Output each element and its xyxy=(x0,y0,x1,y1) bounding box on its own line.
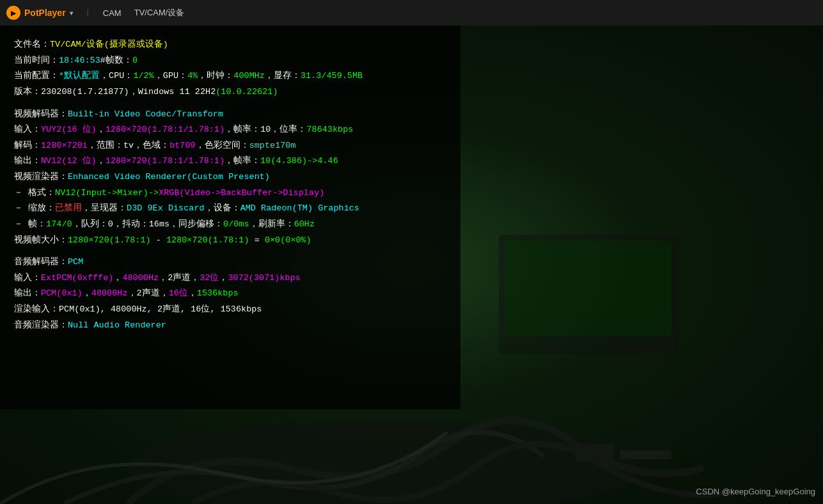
scale-line: － 缩放：已禁用，呈现器：D3D 9Ex Discard，设备：AMD Rade… xyxy=(14,201,363,216)
vrenderer-line: 视频渲染器：Enhanced Video Renderer(Custom Pre… xyxy=(14,169,363,185)
sc-label: － 缩放： xyxy=(14,203,55,213)
fs-1: 1280×720(1.78:1) xyxy=(68,235,151,245)
ain-value: ExtPCM(0xfffe) xyxy=(41,273,113,283)
filename-label: 文件名： xyxy=(14,40,50,49)
config-clock-label: ，时钟： xyxy=(198,71,233,81)
config-cpu-label: ，CPU： xyxy=(100,71,133,81)
sc-presenter: D3D 9Ex Discard xyxy=(127,203,205,213)
reninput-line: 渲染输入：PCM(0x1), 48000Hz, 2声道, 16位, 1536kb… xyxy=(14,302,363,317)
vdec-label: 视频解码器： xyxy=(14,109,68,119)
titlebar: ▶ PotPlayer ▾ | CAM TV/CAM/设备 xyxy=(0,0,823,26)
fi-jitter-label: ，抖动： xyxy=(113,219,149,229)
version-label: 版本： xyxy=(14,87,41,97)
format-line: － 格式：NV12(Input->Mixer)->XRGB(Video->Bac… xyxy=(14,185,363,201)
ri-value: PCM(0x1), 48000Hz, 2声道, 16位, 1536kbps xyxy=(59,304,262,314)
ain-kbps: 3072(3071)kbps xyxy=(228,273,300,283)
version-os2: (10.0.22621) xyxy=(216,87,278,97)
config-clock: 400MHz xyxy=(233,71,265,81)
input-line: 输入：YUY2(16 位)，1280×720(1.78:1/1.78:1)，帧率… xyxy=(14,122,363,138)
fs-2: 1280×720(1.78:1) xyxy=(166,235,249,245)
separator-1: | xyxy=(86,8,90,17)
filename-line: 文件名：TV/CAM/设备(摄录器或设备) xyxy=(14,37,363,52)
frame-value: 0 xyxy=(132,56,137,65)
watermark-text: CSDN @keepGoing_keepGoing xyxy=(696,487,815,496)
ain-c3: ， xyxy=(191,273,200,283)
sc-presenter-label: ，呈现器： xyxy=(82,203,127,213)
inp-br: 78643kbps xyxy=(306,125,353,134)
framesize-line: 视频帧大小：1280×720(1.78:1) - 1280×720(1.78:1… xyxy=(14,233,363,248)
filename-value: TV/CAM/设备(摄录器或设备) xyxy=(50,40,168,49)
fi-sync: 0/0ms xyxy=(223,219,249,229)
dec-cf: smpte170m xyxy=(249,141,296,150)
adecoder-line: 音频解码器：PCM xyxy=(14,255,363,270)
fi-value: 174/0 xyxy=(46,219,72,229)
ain-c2: ， xyxy=(159,273,168,283)
aren-label: 音频渲染器： xyxy=(14,320,68,330)
fmt-v2: XRGB(Video->BackBuffer->Display) xyxy=(159,188,324,198)
version-line: 版本：230208(1.7.21877)，Windows 11 22H2(10.… xyxy=(14,84,363,100)
config-label: 当前配置： xyxy=(14,71,59,81)
aout-c2: ， xyxy=(128,288,137,298)
fi-refresh-label: ，刷新率： xyxy=(249,219,294,229)
config-line: 当前配置：*默认配置，CPU：1/2%，GPU：4%，时钟：400MHz，显存：… xyxy=(14,68,363,84)
info-panel: 文件名：TV/CAM/设备(摄录器或设备) 当前时间：18:46:53#帧数：0… xyxy=(6,32,370,338)
time-line: 当前时间：18:46:53#帧数：0 xyxy=(14,53,363,68)
aout-ch: 2声道 xyxy=(137,288,160,298)
fs-label: 视频帧大小： xyxy=(14,235,68,245)
sc-device-label: ，设备： xyxy=(205,203,240,213)
config-gpu-label: ，GPU： xyxy=(154,71,187,81)
svg-rect-7 xyxy=(576,445,614,462)
decode-line: 解码：1280×720i，范围：tv，色域：bt709，色彩空间：smpte17… xyxy=(14,138,363,154)
adec-label: 音频解码器： xyxy=(14,257,68,267)
inp-label: 输入： xyxy=(14,125,41,134)
config-vmem: 31.3/459.5MB xyxy=(301,71,363,81)
ainput-line: 输入：ExtPCM(0xfffe)，48000Hz，2声道，32位，3072(3… xyxy=(14,271,363,286)
aout-value: PCM(0x1) xyxy=(41,288,82,298)
fi-queue-label: ，队列： xyxy=(72,219,108,229)
dec-cs: bt709 xyxy=(169,141,196,150)
config-star: *默认配置 xyxy=(59,71,100,81)
video-area: 文件名：TV/CAM/设备(摄录器或设备) 当前时间：18:46:53#帧数：0… xyxy=(0,26,823,504)
video-decoder-line: 视频解码器：Built-in Video Codec/Transform xyxy=(14,107,363,122)
vren-value: Enhanced Video Renderer(Custom Present) xyxy=(68,172,270,182)
nav-cam[interactable]: CAM xyxy=(103,8,121,18)
sc-disabled: 已禁用 xyxy=(55,203,82,213)
out-fps-label: ，帧率： xyxy=(224,156,260,166)
dec-cf-label: ，色彩空间： xyxy=(196,141,249,150)
ri-label: 渲染输入： xyxy=(14,304,59,314)
ain-bit: 32位 xyxy=(200,273,219,283)
time-value: 18:46:53 xyxy=(59,56,100,65)
dec-range-label: ，范围： xyxy=(88,141,123,150)
adec-value: PCM xyxy=(68,257,83,267)
ain-ch: 2声道 xyxy=(168,273,191,283)
aout-c1: ， xyxy=(82,288,91,298)
dec-cs-label: ，色域： xyxy=(134,141,169,150)
pot-icon: ▶ xyxy=(6,6,20,20)
aout-c3: ， xyxy=(160,288,169,298)
config-cpu: 1/2% xyxy=(133,71,153,81)
aren-value: Null Audio Renderer xyxy=(68,320,166,330)
fi-label: － 帧： xyxy=(14,219,46,229)
svg-rect-8 xyxy=(620,450,671,459)
svg-rect-2 xyxy=(505,241,671,337)
output-line: 输出：NV12(12 位)，1280×720(1.78:1/1.78:1)，帧率… xyxy=(14,154,363,169)
fs-result: 0×0(0×0%) xyxy=(265,235,311,245)
out-format: NV12(12 位) xyxy=(41,156,97,166)
nav-tvcam[interactable]: TV/CAM/设备 xyxy=(134,7,185,19)
app-name: PotPlayer xyxy=(24,8,66,18)
inp-br-label: ，位率： xyxy=(270,125,306,134)
time-label: 当前时间： xyxy=(14,56,59,65)
app-logo[interactable]: ▶ PotPlayer ▾ xyxy=(6,6,73,20)
fi-queue: 0 xyxy=(108,219,113,229)
version-os: ，Windows 11 22H2 xyxy=(129,87,216,97)
gap1 xyxy=(14,100,363,107)
inp-fps: 10 xyxy=(260,125,270,134)
out-comma1: ， xyxy=(97,156,106,166)
aoutput-line: 输出：PCM(0x1)，48000Hz，2声道，16位，1536kbps xyxy=(14,286,363,301)
ain-hz: 48000Hz xyxy=(122,273,159,283)
out-fps: 10(4.386)->4.46 xyxy=(260,156,338,166)
sc-device: AMD Radeon(TM) Graphics xyxy=(240,203,359,213)
fs-eq: = xyxy=(249,235,265,245)
fmt-v1: NV12(Input->Mixer)-> xyxy=(55,188,159,198)
out-res: 1280×720(1.78:1/1.78:1) xyxy=(106,156,224,166)
